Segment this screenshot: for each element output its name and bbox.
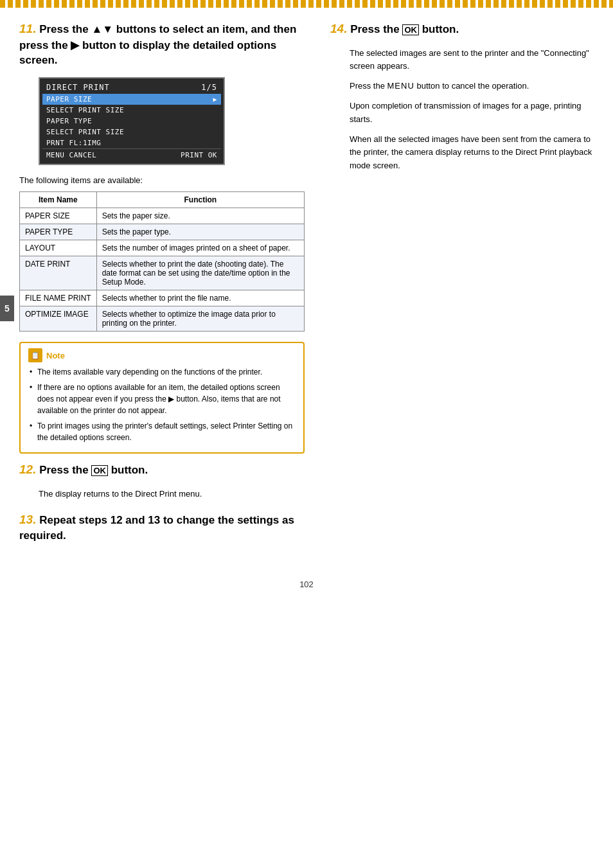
step-13-number: 13. (19, 513, 36, 526)
step-14-paragraph-3: Upon completion of transmission of image… (350, 100, 594, 127)
screen-row-5-text: PRNT FL:1IMG (46, 139, 101, 147)
step-13-text: Repeat steps 12 and 13 to change the set… (19, 514, 294, 542)
screen-page: 1/5 (201, 83, 217, 92)
screen-row-1-text: PAPER SIZE (46, 95, 92, 103)
table-cell-item-2: PAPER TYPE (20, 224, 97, 240)
screen-row-3: PAPER TYPE (42, 116, 221, 127)
note-item-1: The items available vary depending on th… (28, 366, 296, 378)
table-cell-item-5: FILE NAME PRINT (20, 290, 97, 306)
step-14-body: The selected images are sent to the prin… (350, 47, 594, 173)
screen-footer-left: MENU CANCEL (46, 151, 96, 159)
step-14-heading: 14. Press the OK button. (330, 21, 594, 38)
items-table: Item Name Function PAPER SIZE Sets the p… (19, 191, 305, 332)
step-12-text: Press the OK button. (39, 464, 148, 476)
step-11-text: Press the ▲▼ buttons to select an item, … (19, 23, 296, 66)
step-14-paragraph-2: Press the MENU button to cancel the oper… (350, 80, 594, 93)
table-header-item: Item Name (20, 192, 97, 208)
note-title: Note (46, 351, 65, 360)
step-11-number: 11. (19, 22, 36, 35)
page-number: 102 (0, 580, 613, 596)
ok-symbol-12: OK (91, 465, 108, 476)
screen-row-2: SELECT PRINT SIZE (42, 105, 221, 116)
table-cell-function-6: Selects whether to optimize the image da… (96, 306, 304, 332)
screen-footer: MENU CANCEL PRINT OK (42, 148, 221, 161)
table-cell-item-3: LAYOUT (20, 240, 97, 256)
table-cell-item-6: OPTIMIZE IMAGE (20, 306, 97, 332)
screen-arrow-1: ▶ (213, 96, 217, 103)
left-column: 11. Press the ▲▼ buttons to select an it… (19, 21, 305, 554)
right-column: 14. Press the OK button. The selected im… (324, 21, 594, 554)
screen-row-1: PAPER SIZE ▶ (42, 94, 221, 105)
step-14: 14. Press the OK button. The selected im… (330, 21, 594, 173)
step-14-paragraph-1: The selected images are sent to the prin… (350, 47, 594, 74)
screen-row-4: SELECT PRINT SIZE (42, 127, 221, 137)
note-icon: 📋 (28, 348, 42, 362)
step-14-paragraph-4: When all the selected images have been s… (350, 133, 594, 173)
step-14-text: Press the OK button. (350, 23, 459, 35)
screen-row-2-text: SELECT PRINT SIZE (46, 106, 124, 114)
screen-header: DIRECT PRINT 1/5 (42, 81, 221, 94)
step-14-number: 14. (330, 22, 347, 35)
table-row: PAPER SIZE Sets the paper size. (20, 208, 305, 224)
table-cell-item-4: DATE PRINT (20, 256, 97, 290)
step-12: 12. Press the OK button. The display ret… (19, 461, 305, 500)
table-row: PAPER TYPE Sets the paper type. (20, 224, 305, 240)
table-header-function: Function (96, 192, 304, 208)
screen-row-3-text: PAPER TYPE (46, 117, 92, 125)
page-number-text: 102 (299, 580, 314, 589)
table-row: DATE PRINT Selects whether to print the … (20, 256, 305, 290)
table-cell-function-5: Selects whether to print the file name. (96, 290, 304, 306)
screen-title: DIRECT PRINT (46, 83, 110, 92)
step-13: 13. Repeat steps 12 and 13 to change the… (19, 511, 305, 544)
note-item-3: To print images using the printer's defa… (28, 420, 296, 443)
step-12-heading: 12. Press the OK button. (19, 461, 305, 479)
top-decorative-border (0, 0, 613, 8)
ok-symbol-14: OK (402, 24, 419, 35)
step-12-number: 12. (19, 463, 36, 476)
screen-row-4-text: SELECT PRINT SIZE (46, 128, 124, 136)
table-cell-function-4: Selects whether to print the date (shoot… (96, 256, 304, 290)
camera-screen: DIRECT PRINT 1/5 PAPER SIZE ▶ SELECT PRI… (39, 77, 225, 165)
table-row: LAYOUT Sets the number of images printed… (20, 240, 305, 256)
menu-text-inline: MENU (387, 81, 414, 91)
note-box: 📋 Note The items available vary dependin… (19, 342, 305, 454)
table-cell-function-1: Sets the paper size. (96, 208, 304, 224)
table-cell-function-2: Sets the paper type. (96, 224, 304, 240)
following-items-text: The following items are available: (19, 175, 305, 185)
step-11-heading: 11. Press the ▲▼ buttons to select an it… (19, 21, 305, 68)
step-11: 11. Press the ▲▼ buttons to select an it… (19, 21, 305, 332)
table-cell-function-3: Sets the number of images printed on a s… (96, 240, 304, 256)
table-cell-item-1: PAPER SIZE (20, 208, 97, 224)
step-12-body: The display returns to the Direct Print … (39, 488, 305, 501)
note-header: 📋 Note (28, 348, 296, 362)
chapter-number: 5 (4, 303, 10, 314)
step-13-heading: 13. Repeat steps 12 and 13 to change the… (19, 511, 305, 544)
step-12-paragraph: The display returns to the Direct Print … (39, 488, 305, 501)
table-row: FILE NAME PRINT Selects whether to print… (20, 290, 305, 306)
screen-footer-right: PRINT OK (181, 151, 217, 159)
screen-row-5: PRNT FL:1IMG (42, 137, 221, 148)
table-row: OPTIMIZE IMAGE Selects whether to optimi… (20, 306, 305, 332)
note-item-2: If there are no options available for an… (28, 382, 296, 416)
chapter-tab: 5 (0, 296, 14, 321)
note-list: The items available vary depending on th… (28, 366, 296, 443)
